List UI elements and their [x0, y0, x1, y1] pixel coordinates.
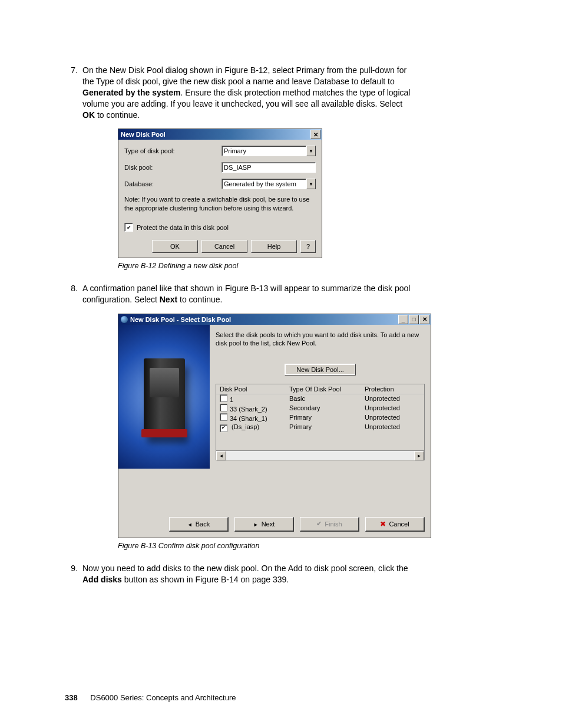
page-number: 338	[65, 693, 78, 702]
close-icon[interactable]: ✕	[310, 130, 320, 139]
figure-caption-b13: Figure B-13 Confirm disk pool configurat…	[118, 542, 509, 550]
arrow-left-icon	[187, 521, 193, 528]
help-button[interactable]: Help	[251, 240, 297, 253]
row-checkbox[interactable]	[220, 413, 227, 421]
step-number: 9.	[65, 563, 78, 585]
finish-button: Finish	[300, 517, 359, 532]
maximize-icon[interactable]: □	[409, 315, 419, 324]
close-icon[interactable]: ✕	[419, 315, 429, 324]
new-disk-pool-dialog: New Disk Pool ✕ Type of disk pool: Prima…	[118, 129, 322, 258]
step-text: On the New Disk Pool dialog shown in Fig…	[82, 65, 509, 120]
next-button[interactable]: Next	[234, 517, 294, 532]
chevron-down-icon[interactable]: ▼	[306, 179, 316, 189]
table-row[interactable]: ✔ (Ds_iasp) Primary Unprotected	[216, 423, 424, 432]
dialog-title: New Disk Pool - Select Disk Pool	[130, 316, 231, 323]
step-number: 7.	[65, 65, 78, 120]
dialog-title: New Disk Pool	[121, 131, 166, 138]
ok-button[interactable]: OK	[152, 240, 198, 253]
check-icon	[316, 520, 322, 528]
chevron-down-icon[interactable]: ▼	[306, 146, 316, 156]
scroll-right-icon[interactable]: ►	[414, 451, 424, 460]
context-help-button[interactable]: ?	[300, 240, 316, 253]
horizontal-scrollbar[interactable]: ◄ ►	[216, 450, 424, 460]
dialog-titlebar: New Disk Pool - Select Disk Pool _ □ ✕	[118, 314, 431, 325]
note-text: Note: If you want to create a switchable…	[124, 195, 316, 212]
server-tower-icon	[144, 358, 185, 435]
step-9: 9. Now you need to add disks to the new …	[65, 563, 509, 585]
disk-pool-list[interactable]: Disk Pool Type Of Disk Pool Protection 1…	[216, 384, 425, 460]
step-number: 8.	[65, 283, 78, 305]
col-type: Type Of Disk Pool	[289, 386, 365, 393]
protect-checkbox[interactable]: ✔	[124, 223, 133, 232]
book-title: DS6000 Series: Concepts and Architecture	[90, 693, 236, 702]
table-row[interactable]: 34 (Shark_1) Primary Unprotected	[216, 413, 424, 423]
database-label: Database:	[124, 180, 222, 187]
x-icon	[380, 520, 386, 528]
col-protection: Protection	[365, 386, 422, 393]
cancel-button[interactable]: Cancel	[365, 517, 425, 532]
page-footer: 338 DS6000 Series: Concepts and Architec…	[65, 693, 236, 702]
type-of-disk-pool-combo[interactable]: Primary ▼	[222, 146, 316, 156]
database-combo[interactable]: Generated by the system ▼	[222, 179, 316, 189]
minimize-icon[interactable]: _	[398, 315, 408, 324]
protect-label: Protect the data in this disk pool	[137, 224, 229, 231]
cancel-button[interactable]: Cancel	[201, 240, 247, 253]
disk-pool-input[interactable]: DS_IASP	[222, 162, 316, 173]
table-row[interactable]: 1 Basic Unprotected	[216, 394, 424, 404]
dialog-titlebar: New Disk Pool ✕	[118, 129, 322, 140]
new-disk-pool-button[interactable]: New Disk Pool...	[285, 364, 356, 375]
step-text: A confirmation panel like that shown in …	[82, 283, 509, 305]
type-of-disk-pool-label: Type of disk pool:	[124, 147, 222, 154]
step-7: 7. On the New Disk Pool dialog shown in …	[65, 65, 509, 120]
col-disk-pool: Disk Pool	[220, 386, 289, 393]
select-disk-pool-dialog: New Disk Pool - Select Disk Pool _ □ ✕ S…	[118, 314, 431, 538]
row-checkbox[interactable]	[220, 404, 227, 411]
arrow-right-icon	[253, 521, 259, 528]
step-text: Now you need to add disks to the new dis…	[82, 563, 509, 585]
row-checkbox[interactable]	[220, 394, 227, 402]
step-8: 8. A confirmation panel like that shown …	[65, 283, 509, 305]
app-icon	[121, 316, 128, 323]
row-checkbox[interactable]: ✔	[220, 424, 227, 432]
table-row[interactable]: 33 (Shark_2) Secondary Unprotected	[216, 404, 424, 413]
scroll-left-icon[interactable]: ◄	[216, 451, 226, 460]
instruction-text: Select the disk pools to which you want …	[216, 331, 425, 348]
figure-caption-b12: Figure B-12 Defining a new disk pool	[118, 262, 509, 270]
back-button[interactable]: Back	[169, 517, 229, 532]
disk-pool-label: Disk pool:	[124, 164, 222, 171]
wizard-graphic	[118, 325, 210, 469]
